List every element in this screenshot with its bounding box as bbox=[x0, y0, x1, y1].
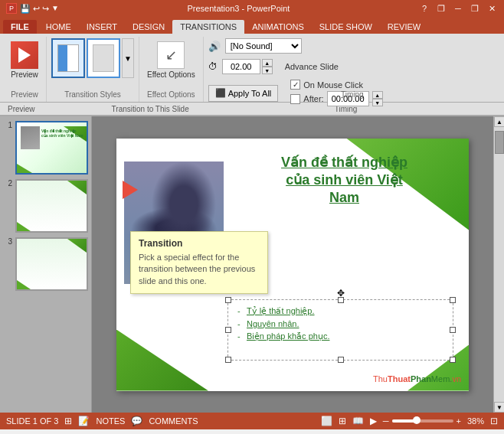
help-button[interactable]: ? bbox=[418, 2, 430, 15]
duration-down[interactable]: ▼ bbox=[262, 67, 273, 74]
slide-num-3: 3 bbox=[3, 237, 12, 246]
timing-group-label: Timing bbox=[341, 90, 364, 99]
redo-icon[interactable]: ↪ bbox=[42, 4, 49, 14]
red-arrow-icon bbox=[123, 181, 138, 199]
app-body: 1 Vấn đề thất nghiệpcủa sinh viên Việt N… bbox=[0, 116, 504, 413]
minimize-button[interactable]: ─ bbox=[452, 2, 464, 15]
maximize-button[interactable]: ❐ bbox=[469, 2, 481, 15]
close-button[interactable]: ✕ bbox=[486, 2, 498, 15]
effect-options-button[interactable]: ↙ Effect Options bbox=[144, 38, 198, 94]
tab-home[interactable]: HOME bbox=[38, 20, 79, 34]
duration-input[interactable] bbox=[222, 59, 260, 74]
tooltip-popup: Transition Pick a special effect for the… bbox=[130, 231, 268, 294]
slide-thumb-2[interactable]: 2 bbox=[3, 179, 88, 233]
after-label: After: bbox=[303, 94, 323, 103]
view-normal-icon[interactable]: ⬜ bbox=[321, 416, 332, 426]
status-bar: SLIDE 1 OF 3 ⊞ 📝 NOTES 💬 COMMENTS ⬜ ⊞ 📖 … bbox=[0, 413, 504, 429]
tooltip-title: Transition bbox=[139, 238, 260, 249]
transition-scroll-down[interactable]: ▼ bbox=[122, 38, 134, 78]
duration-row: ⏱ ▲ ▼ Advance Slide bbox=[208, 59, 496, 74]
slide-title: Vấn đề thất nghiệp của sinh viên Việt Na… bbox=[235, 154, 453, 207]
zoom-plus-button[interactable]: + bbox=[457, 416, 461, 426]
tab-slideshow[interactable]: SLIDE SHOW bbox=[312, 20, 380, 34]
after-down[interactable]: ▼ bbox=[372, 99, 383, 106]
effect-arrow-icon: ↙ bbox=[165, 47, 177, 64]
slide-status-icon[interactable]: ⊞ bbox=[64, 416, 72, 426]
handle-br bbox=[450, 357, 456, 363]
scroll-down-button[interactable]: ▼ bbox=[494, 402, 504, 413]
transition-style-none[interactable] bbox=[51, 38, 85, 78]
slide-img-3[interactable] bbox=[15, 237, 88, 291]
view-grid-icon[interactable]: ⊞ bbox=[339, 416, 346, 426]
handle-tl bbox=[225, 297, 231, 303]
slide-img-2[interactable] bbox=[15, 179, 88, 233]
effect-icon: ↙ bbox=[157, 41, 185, 69]
view-reading-icon[interactable]: 📖 bbox=[352, 416, 364, 426]
play-arrow-icon bbox=[18, 47, 31, 63]
tab-transitions[interactable]: TRANSITIONS bbox=[172, 20, 244, 34]
on-mouse-click-checkbox[interactable] bbox=[290, 80, 300, 90]
window-title: Presentation3 - PowerPoint bbox=[59, 4, 418, 13]
on-mouse-click-row: On Mouse Click bbox=[290, 80, 382, 90]
transition-style-fade[interactable] bbox=[87, 38, 120, 78]
quick-save-icon[interactable]: 💾 bbox=[20, 4, 31, 14]
slide-num-2: 2 bbox=[3, 179, 12, 188]
sound-icon: 🔊 bbox=[208, 41, 221, 52]
advance-slide-label: Advance Slide bbox=[285, 62, 339, 71]
restore-button[interactable]: ❐ bbox=[435, 2, 447, 15]
bullet-3: Biện pháp khắc phục. bbox=[237, 331, 443, 341]
apply-to-all-button[interactable]: ⬛ Apply To All bbox=[208, 85, 279, 102]
tab-file[interactable]: FILE bbox=[3, 20, 37, 34]
move-handle-icon[interactable]: ✥ bbox=[337, 288, 345, 299]
status-right: ⬜ ⊞ 📖 ▶ ─ + 38% ⊡ bbox=[321, 416, 498, 426]
sound-select[interactable]: [No Sound] bbox=[225, 38, 302, 54]
customize-icon[interactable]: ▼ bbox=[51, 4, 59, 14]
after-up[interactable]: ▲ bbox=[372, 91, 383, 99]
ribbon-group-transitions: ▼ Transition Styles bbox=[47, 37, 139, 102]
right-scrollbar[interactable]: ▲ ▼ bbox=[493, 116, 504, 413]
content-list: Tỷ lệ thất nghiệp. Nguyên nhân. Biện phá… bbox=[228, 300, 453, 351]
clock-icon: ⏱ bbox=[208, 61, 218, 72]
slide-thumb-3[interactable]: 3 bbox=[3, 237, 88, 291]
slide-img-1[interactable]: Vấn đề thất nghiệpcủa sinh viên Việt Nam bbox=[15, 121, 88, 175]
scroll-track[interactable] bbox=[494, 127, 504, 402]
scroll-thumb[interactable] bbox=[495, 131, 504, 154]
zoom-minus-button[interactable]: ─ bbox=[383, 416, 389, 426]
comment-icon[interactable]: 💬 bbox=[131, 416, 142, 426]
ribbon-group-preview: Preview Preview bbox=[3, 37, 47, 102]
effect-options-label: Effect Options bbox=[147, 70, 195, 79]
ribbon-group-timing: 🔊 [No Sound] ⏱ ▲ ▼ Advance Slide bbox=[204, 37, 501, 102]
duration-up[interactable]: ▲ bbox=[262, 59, 273, 67]
effect-group-label: Effect Options bbox=[147, 90, 195, 99]
after-checkbox[interactable] bbox=[290, 94, 300, 104]
preview-icon bbox=[11, 41, 38, 69]
zoom-track[interactable] bbox=[392, 419, 453, 423]
view-slideshow-icon[interactable]: ▶ bbox=[370, 416, 377, 426]
undo-icon[interactable]: ↩ bbox=[33, 4, 40, 14]
green-bottom-left-decoration bbox=[116, 330, 208, 391]
notes-label[interactable]: NOTES bbox=[96, 416, 125, 426]
content-box[interactable]: ✥ Tỷ lệ thất nghiệp. Nguyên nhân. Biện p… bbox=[227, 299, 453, 361]
tab-design[interactable]: DESIGN bbox=[125, 20, 172, 34]
tab-insert[interactable]: INSERT bbox=[79, 20, 125, 34]
title-bar-controls: ? ❐ ─ ❐ ✕ bbox=[418, 2, 498, 15]
sound-row: 🔊 [No Sound] bbox=[208, 38, 496, 54]
tab-review[interactable]: REVIEW bbox=[380, 20, 428, 34]
notes-button[interactable]: 📝 bbox=[78, 416, 90, 426]
tab-animations[interactable]: ANIMATIONS bbox=[244, 20, 312, 34]
zoom-percent: 38% bbox=[467, 416, 484, 426]
preview-button[interactable]: Preview bbox=[8, 38, 41, 82]
slide-num-1: 1 bbox=[3, 121, 12, 129]
apply-icon: ⬛ bbox=[215, 88, 226, 98]
bullet-1: Tỷ lệ thất nghiệp. bbox=[237, 306, 443, 316]
comments-label[interactable]: COMMENTS bbox=[149, 416, 198, 426]
ribbon-tabs: FILE HOME INSERT DESIGN TRANSITIONS ANIM… bbox=[0, 17, 504, 34]
zoom-slider[interactable]: ─ + bbox=[383, 416, 461, 426]
handle-tr bbox=[450, 297, 456, 303]
transition-styles-label: Transition Styles bbox=[64, 90, 121, 99]
preview-group-label: Preview bbox=[11, 90, 38, 99]
fit-window-icon[interactable]: ⊡ bbox=[490, 416, 498, 426]
app-icon: P bbox=[6, 3, 17, 14]
preview-label: Preview bbox=[11, 70, 38, 79]
slide-thumb-1[interactable]: 1 Vấn đề thất nghiệpcủa sinh viên Việt N… bbox=[3, 121, 88, 175]
